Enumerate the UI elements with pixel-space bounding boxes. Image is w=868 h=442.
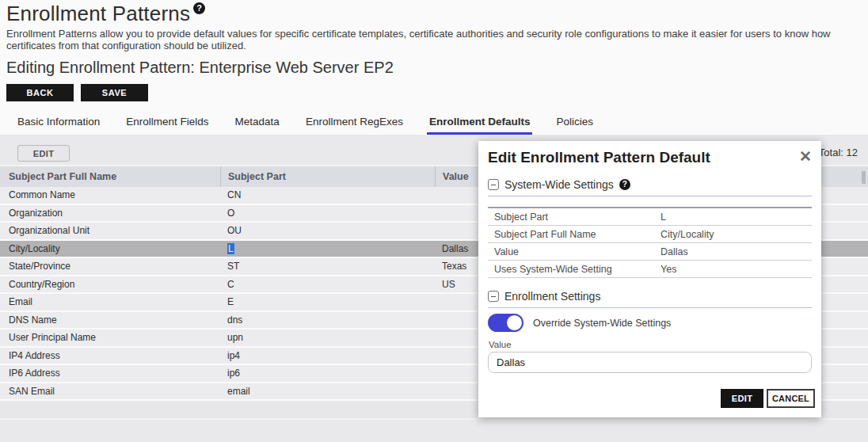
close-icon[interactable]: ✕ [798, 149, 813, 164]
cell-part: dns [220, 312, 435, 329]
info-value: City/Locality [661, 229, 812, 240]
cell-part: OU [220, 223, 435, 239]
tab-basic-information[interactable]: Basic Information [15, 113, 102, 135]
cell-full-name: Organization [0, 205, 220, 222]
cell-full-name: IP6 Address [0, 365, 220, 382]
cell-part: email [220, 383, 435, 400]
info-label: Value [488, 246, 661, 257]
cell-part: E [220, 294, 435, 311]
section-label: Enrollment Settings [504, 290, 600, 303]
total-count: Total: 12 [819, 147, 858, 158]
section-divider [488, 307, 812, 308]
column-header-subject-part[interactable]: Subject Part [220, 166, 435, 187]
info-row: Subject Part L [488, 208, 812, 226]
cell-full-name: IP4 Address [0, 348, 220, 364]
cell-full-name: State/Province [0, 258, 220, 275]
help-icon[interactable]: ? [193, 2, 205, 14]
scrollbar-notch [862, 171, 866, 184]
tab-enrollment-fields[interactable]: Enrollment Fields [124, 113, 211, 135]
dialog-cancel-button[interactable]: CANCEL [767, 389, 815, 408]
page-header: Enrollment Patterns ? Enrollment Pattern… [0, 0, 868, 136]
tab-policies[interactable]: Policies [554, 113, 596, 135]
cell-part: ip6 [220, 365, 435, 382]
cell-part: CN [220, 187, 435, 204]
toggle-label: Override System-Wide Settings [533, 318, 671, 329]
save-button[interactable]: SAVE [81, 84, 148, 101]
action-buttons: BACK SAVE [6, 84, 862, 101]
back-button[interactable]: BACK [6, 84, 74, 101]
cell-part: C [220, 276, 435, 293]
cell-full-name: City/Locality [0, 241, 220, 257]
info-value: L [661, 211, 812, 223]
system-wide-settings-section-header: System-Wide Settings ? [488, 178, 812, 191]
system-wide-info-table: Subject Part L Subject Part Full Name Ci… [488, 207, 812, 278]
tab-enrollment-regexes[interactable]: Enrollment RegExes [303, 113, 405, 135]
toggle-knob [506, 314, 523, 331]
override-system-wide-toggle[interactable] [488, 314, 523, 332]
dialog-edit-button[interactable]: EDIT [721, 389, 763, 408]
cell-full-name: SAN Email [0, 383, 220, 400]
page-description: Enrollment Patterns allow you to provide… [6, 28, 862, 51]
cell-full-name: Country/Region [0, 276, 220, 293]
editing-pattern-heading: Editing Enrollment Pattern: Enterprise W… [6, 59, 862, 76]
info-row: Subject Part Full Name City/Locality [488, 226, 812, 243]
cell-part: ip4 [220, 348, 435, 364]
section-divider [488, 196, 812, 196]
dialog-title: Edit Enrollment Pattern Default [488, 149, 710, 166]
tab-enrollment-defaults[interactable]: Enrollment Defaults [427, 113, 533, 135]
cell-full-name: Common Name [0, 187, 220, 204]
value-input[interactable] [488, 352, 812, 373]
info-row: Value Dallas [488, 243, 812, 261]
info-label: Subject Part [488, 211, 661, 223]
info-value: Dallas [661, 246, 812, 257]
collapse-icon[interactable] [488, 179, 499, 190]
cell-part: L [220, 241, 435, 257]
help-icon[interactable]: ? [619, 179, 630, 190]
cell-full-name: User Principal Name [0, 330, 220, 346]
table-edit-button[interactable]: EDIT [17, 145, 70, 162]
cell-full-name: DNS Name [0, 312, 220, 329]
edit-enrollment-pattern-default-dialog: Edit Enrollment Pattern Default ✕ System… [478, 141, 821, 417]
tab-bar: Basic Information Enrollment Fields Meta… [6, 113, 862, 136]
cell-full-name: Organizational Unit [0, 223, 220, 239]
cell-part: upn [220, 330, 435, 346]
info-label: Uses System-Wide Setting [488, 264, 661, 275]
section-label: System-Wide Settings [504, 178, 614, 191]
enrollment-settings-section-header: Enrollment Settings [488, 290, 812, 303]
column-header-subject-part-full-name[interactable]: Subject Part Full Name [0, 166, 220, 187]
text-selection-highlight: L [227, 243, 234, 254]
collapse-icon[interactable] [488, 291, 499, 302]
value-field-label: Value [489, 340, 812, 349]
info-label: Subject Part Full Name [488, 229, 661, 240]
info-value: Yes [661, 264, 812, 275]
tab-metadata[interactable]: Metadata [233, 113, 282, 135]
page-title: Enrollment Patterns [6, 2, 190, 25]
info-row: Uses System-Wide Setting Yes [488, 261, 812, 278]
cell-full-name: Email [0, 294, 220, 311]
cell-part: ST [220, 258, 435, 275]
cell-part: O [220, 205, 435, 222]
